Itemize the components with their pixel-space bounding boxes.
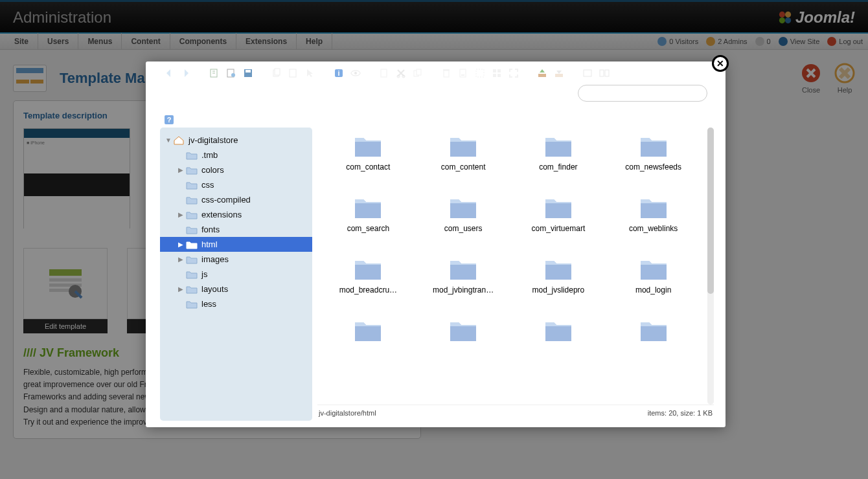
folder-icon <box>353 318 383 343</box>
folder-com_newsfeeds[interactable]: com_newsfeeds <box>606 134 701 195</box>
folder-icon <box>186 195 198 205</box>
folder-label: mod_breadcru… <box>332 285 404 295</box>
tree-item-label: fonts <box>201 225 220 234</box>
fm-help-icon[interactable]: ? <box>164 115 174 125</box>
back-icon[interactable] <box>164 68 174 78</box>
fm-tree: ▼ jv-digitalstore .tmb▶colorscsscss-comp… <box>160 128 312 421</box>
cursor-icon[interactable] <box>305 68 315 78</box>
preview-icon[interactable] <box>350 68 361 78</box>
tree-item-images[interactable]: ▶images <box>160 252 312 267</box>
folder-mod_breadcru…[interactable]: mod_breadcru… <box>321 257 416 318</box>
svg-rect-17 <box>275 69 280 75</box>
fm-search-input[interactable] <box>578 85 707 102</box>
cut-icon[interactable] <box>396 68 406 78</box>
tree-item-layouts[interactable]: ▶layouts <box>160 282 312 296</box>
upload-icon[interactable] <box>537 68 547 78</box>
folder-label: com_content <box>428 162 499 172</box>
svg-rect-32 <box>476 69 484 77</box>
folder-icon <box>186 225 198 234</box>
folder-com_contact[interactable]: com_contact <box>321 134 416 195</box>
tree-item-less[interactable]: less <box>160 296 312 311</box>
fm-scrollbar[interactable] <box>707 128 714 405</box>
folder-mod_jvslidepro[interactable]: mod_jvslidepro <box>511 257 606 318</box>
folder-com_weblinks[interactable]: com_weblinks <box>606 195 701 257</box>
tree-root[interactable]: ▼ jv-digitalstore <box>160 133 312 148</box>
save-icon[interactable] <box>243 68 253 78</box>
chevron-right-icon: ▶ <box>178 241 186 248</box>
tree-item-label: layouts <box>201 284 228 294</box>
svg-rect-30 <box>460 69 466 77</box>
new-file-icon[interactable] <box>379 68 389 78</box>
paste-icon[interactable] <box>288 68 299 78</box>
folder-icon <box>543 318 573 343</box>
tree-item-colors[interactable]: ▶colors <box>160 162 312 177</box>
folder-label: com_contact <box>332 162 404 172</box>
fm-body: ▼ jv-digitalstore .tmb▶colorscsscss-comp… <box>146 128 725 427</box>
folder-mod_login[interactable]: mod_login <box>606 257 701 318</box>
folder-label: mod_login <box>618 285 689 295</box>
tree-item-css-compiled[interactable]: css-compiled <box>160 192 312 207</box>
folder-item[interactable] <box>321 318 416 380</box>
folder-com_virtuemart[interactable]: com_virtuemart <box>511 195 606 257</box>
folder-item[interactable] <box>511 318 606 380</box>
folder-item[interactable] <box>416 318 511 380</box>
info-icon[interactable]: i <box>334 68 344 78</box>
svg-rect-33 <box>493 69 496 72</box>
folder-label: mod_jvslidepro <box>523 285 594 295</box>
tree-item-extensions[interactable]: ▶extensions <box>160 207 312 222</box>
view-icons-icon[interactable] <box>582 68 593 78</box>
duplicate-icon[interactable] <box>413 68 423 78</box>
tree-item-js[interactable]: js <box>160 267 312 282</box>
tree-item-html[interactable]: ▶html <box>160 237 312 252</box>
tree-item-css[interactable]: css <box>160 177 312 192</box>
fm-path: jv-digitalstore/html <box>319 409 376 417</box>
rename-icon[interactable] <box>458 68 468 78</box>
svg-rect-15 <box>246 70 251 72</box>
tree-root-label: jv-digitalstore <box>188 135 238 145</box>
folder-com_finder[interactable]: com_finder <box>511 134 606 195</box>
folder-com_content[interactable]: com_content <box>416 134 511 195</box>
reload-icon[interactable] <box>209 68 220 78</box>
expand-icon[interactable] <box>508 68 519 78</box>
folder-icon <box>448 134 478 159</box>
folder-label: com_newsfeeds <box>618 162 689 172</box>
delete-icon[interactable] <box>441 68 451 78</box>
folder-icon <box>186 210 198 219</box>
tree-item-fonts[interactable]: fonts <box>160 222 312 237</box>
folder-icon <box>186 285 198 294</box>
svg-rect-28 <box>444 71 449 77</box>
grid-icon[interactable] <box>492 68 502 78</box>
folder-icon <box>448 195 478 220</box>
fm-scroll-thumb[interactable] <box>707 128 714 294</box>
tree-item-label: colors <box>201 165 224 175</box>
modal-close-button[interactable]: ✕ <box>712 55 729 72</box>
folder-icon <box>353 134 383 159</box>
tree-item-label: .tmb <box>201 150 218 160</box>
folder-com_search[interactable]: com_search <box>321 195 416 257</box>
home-icon <box>173 136 185 145</box>
svg-rect-18 <box>290 69 296 77</box>
svg-rect-29 <box>443 69 450 71</box>
svg-point-13 <box>231 73 235 77</box>
folder-com_users[interactable]: com_users <box>416 195 511 257</box>
svg-rect-41 <box>605 70 609 76</box>
folder-icon <box>353 257 383 282</box>
folder-icon <box>448 257 478 282</box>
forward-icon[interactable] <box>181 68 191 78</box>
svg-text:i: i <box>337 69 339 77</box>
folder-icon <box>639 134 668 159</box>
folder-mod_jvbingtran…[interactable]: mod_jvbingtran… <box>416 257 511 318</box>
download-icon[interactable] <box>554 68 564 78</box>
copy-icon[interactable] <box>271 68 282 78</box>
svg-rect-35 <box>493 74 496 77</box>
tree-item-.tmb[interactable]: .tmb <box>160 148 312 162</box>
fm-status-text: items: 20, size: 1 KB <box>648 409 713 417</box>
svg-rect-23 <box>381 69 387 77</box>
open-icon[interactable] <box>226 68 236 78</box>
folder-item[interactable] <box>606 318 701 380</box>
view-list-icon[interactable] <box>599 68 610 78</box>
select-icon[interactable] <box>475 68 485 78</box>
chevron-right-icon: ▶ <box>178 211 186 218</box>
folder-icon <box>543 134 573 159</box>
tree-item-label: images <box>201 254 229 264</box>
